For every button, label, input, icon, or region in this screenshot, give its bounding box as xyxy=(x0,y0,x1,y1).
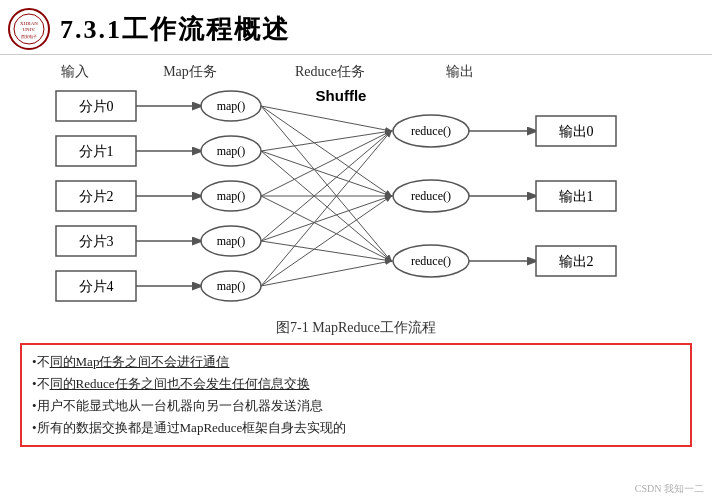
svg-text:分片0: 分片0 xyxy=(79,99,114,114)
col-header-input: 输入 xyxy=(20,63,130,81)
svg-text:输出2: 输出2 xyxy=(559,254,594,269)
svg-text:reduce(): reduce() xyxy=(411,254,451,268)
svg-line-44 xyxy=(261,196,391,286)
svg-text:map(): map() xyxy=(217,144,246,158)
svg-text:XIDIAN: XIDIAN xyxy=(20,21,38,26)
svg-line-32 xyxy=(261,106,391,196)
svg-text:分片1: 分片1 xyxy=(79,144,114,159)
svg-line-45 xyxy=(261,261,391,286)
bullet-2: •不同的Reduce任务之间也不会发生任何信息交换 xyxy=(32,373,680,395)
svg-text:分片3: 分片3 xyxy=(79,234,114,249)
svg-line-31 xyxy=(261,106,391,131)
svg-text:reduce(): reduce() xyxy=(411,124,451,138)
svg-text:reduce(): reduce() xyxy=(411,189,451,203)
svg-text:map(): map() xyxy=(217,189,246,203)
svg-text:西安电子: 西安电子 xyxy=(21,34,37,39)
bullet-list: •不同的Map任务之间不会进行通信 •不同的Reduce任务之间也不会发生任何信… xyxy=(20,343,692,447)
svg-text:map(): map() xyxy=(217,279,246,293)
svg-text:输出1: 输出1 xyxy=(559,189,594,204)
watermark: CSDN 我知一二 xyxy=(635,482,704,496)
svg-text:输出0: 输出0 xyxy=(559,124,594,139)
col-header-reduce: Reduce任务 xyxy=(250,63,410,81)
svg-line-43 xyxy=(261,131,391,286)
svg-text:map(): map() xyxy=(217,99,246,113)
svg-text:分片4: 分片4 xyxy=(79,279,114,294)
diagram-caption: 图7-1 MapReduce工作流程 xyxy=(0,319,712,337)
svg-line-41 xyxy=(261,196,391,241)
bullet-4: •所有的数据交换都是通过MapReduce框架自身去实现的 xyxy=(32,417,680,439)
mapreduce-diagram: 分片0 分片1 分片2 分片3 分片4 map() map() map() ma… xyxy=(46,83,666,313)
diagram-area: 输入 Map任务 Reduce任务 输出 分片0 分片1 分片2 分片3 分片4… xyxy=(0,55,712,317)
col-header-output: 输出 xyxy=(410,63,510,81)
header: XIDIAN UNIV. 西安电子 7.3.1工作流程概述 xyxy=(0,0,712,55)
svg-line-33 xyxy=(261,106,391,261)
svg-text:map(): map() xyxy=(217,234,246,248)
bullet-3: •用户不能显式地从一台机器向另一台机器发送消息 xyxy=(32,395,680,417)
svg-line-35 xyxy=(261,151,391,196)
page-title: 7.3.1工作流程概述 xyxy=(60,12,290,47)
svg-text:Shuffle: Shuffle xyxy=(316,87,367,104)
bullet-1: •不同的Map任务之间不会进行通信 xyxy=(32,351,680,373)
logo-icon: XIDIAN UNIV. 西安电子 xyxy=(8,8,50,50)
col-header-map: Map任务 xyxy=(130,63,250,81)
svg-text:UNIV.: UNIV. xyxy=(22,27,35,32)
svg-text:分片2: 分片2 xyxy=(79,189,114,204)
